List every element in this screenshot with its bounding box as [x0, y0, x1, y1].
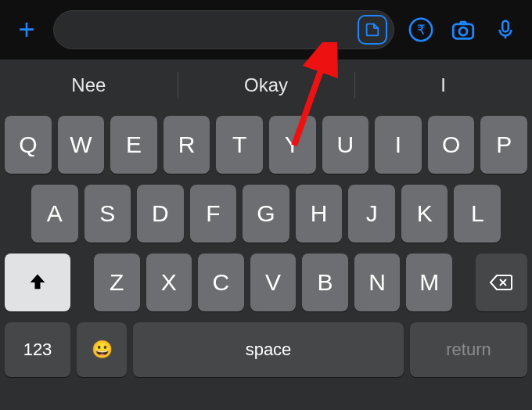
suggestion-bar: Nee Okay I [0, 59, 532, 111]
key-c[interactable]: C [198, 254, 244, 311]
key-k[interactable]: K [401, 185, 448, 243]
plus-icon: + [18, 13, 34, 46]
suggestion-item[interactable]: Okay [178, 65, 355, 106]
key-t[interactable]: T [216, 116, 263, 174]
keyboard-row-2: A S D F G H J K L [5, 185, 527, 243]
svg-text:₹: ₹ [417, 23, 426, 38]
key-f[interactable]: F [190, 185, 237, 243]
payment-button[interactable]: ₹ [405, 14, 437, 45]
sticker-icon [364, 21, 381, 38]
keyboard-row-4: 123 😀 space return [5, 322, 527, 377]
key-q[interactable]: Q [5, 116, 52, 174]
key-p[interactable]: P [480, 116, 527, 174]
key-o[interactable]: O [428, 116, 475, 174]
key-b[interactable]: B [302, 254, 348, 311]
key-y[interactable]: Y [269, 116, 316, 174]
key-z[interactable]: Z [94, 254, 140, 311]
add-button[interactable]: + [11, 14, 42, 45]
backspace-icon [489, 273, 514, 292]
shift-key[interactable] [5, 254, 70, 311]
key-j[interactable]: J [348, 185, 395, 243]
key-d[interactable]: D [137, 185, 184, 243]
key-v[interactable]: V [250, 254, 297, 311]
key-u[interactable]: U [322, 116, 369, 174]
emoji-key[interactable]: 😀 [77, 322, 127, 377]
backspace-key[interactable] [476, 254, 527, 311]
key-x[interactable]: X [146, 254, 192, 311]
suggestion-item[interactable]: I [354, 65, 532, 106]
svg-point-3 [459, 27, 467, 35]
key-s[interactable]: S [84, 185, 131, 243]
shift-icon [27, 272, 49, 293]
keyboard-row-3: Z X C V B N M [5, 254, 527, 311]
key-h[interactable]: H [296, 185, 343, 243]
key-n[interactable]: N [354, 254, 401, 311]
numbers-key[interactable]: 123 [5, 322, 70, 377]
key-i[interactable]: I [375, 116, 422, 174]
message-input[interactable] [53, 10, 394, 49]
chat-input-bar: + ₹ [0, 0, 532, 59]
key-e[interactable]: E [110, 116, 157, 174]
keyboard: Q W E R T Y U I O P A S D F G H J K L Z … [0, 111, 532, 410]
mic-button[interactable] [490, 14, 521, 45]
key-w[interactable]: W [58, 116, 105, 174]
sticker-button[interactable] [358, 15, 387, 45]
rupee-icon: ₹ [408, 16, 434, 43]
space-key[interactable]: space [133, 322, 404, 377]
mic-icon [494, 16, 517, 43]
key-g[interactable]: G [243, 185, 289, 243]
return-key[interactable]: return [410, 322, 527, 377]
key-m[interactable]: M [406, 254, 452, 311]
keyboard-row-1: Q W E R T Y U I O P [5, 116, 527, 174]
suggestion-item[interactable]: Nee [0, 65, 178, 106]
svg-rect-2 [453, 24, 473, 38]
camera-button[interactable] [448, 14, 479, 45]
svg-rect-4 [502, 21, 509, 32]
camera-icon [450, 16, 476, 43]
key-a[interactable]: A [31, 185, 78, 243]
key-r[interactable]: R [164, 116, 210, 174]
key-l[interactable]: L [454, 185, 501, 243]
